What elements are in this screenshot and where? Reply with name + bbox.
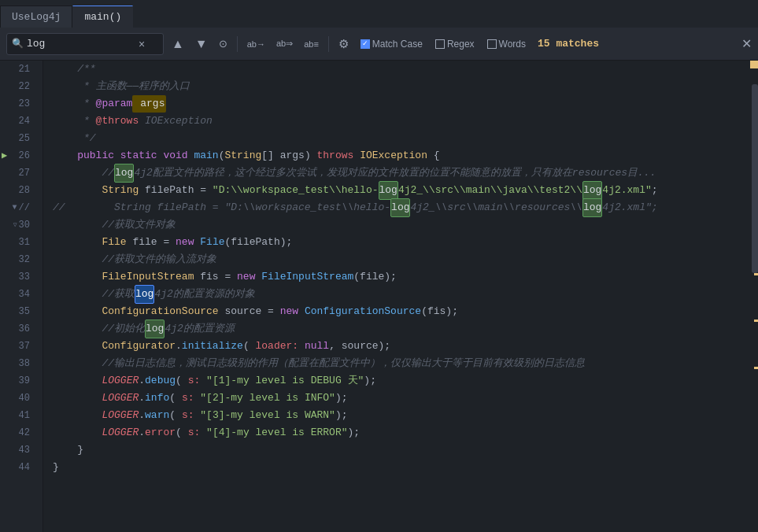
gutter-line-25: 25 <box>0 130 36 147</box>
gutter-line-34: 34 <box>0 286 36 303</box>
gutter-line-24: 24 <box>0 113 36 130</box>
regex-button[interactable]: Regex <box>431 36 479 52</box>
gutter-line-30: ▽ 30 <box>0 216 36 234</box>
replace-button[interactable]: ab→ <box>244 38 268 50</box>
clear-search-button[interactable]: × <box>137 38 146 50</box>
code-line-27: //log4j2配置文件的路径，这个经过多次尝试，发现对应的文件放置的位置不能随… <box>53 164 742 182</box>
scrollbar-thumb[interactable] <box>752 84 758 273</box>
words-checkbox <box>487 39 497 49</box>
close-search-button[interactable]: ✕ <box>741 36 752 51</box>
fold-icon-29[interactable]: ▼ <box>13 199 17 216</box>
regex-checkbox <box>435 39 445 49</box>
tab-uselog4j[interactable]: UseLog4j <box>0 6 72 28</box>
gutter-line-22: 22 <box>0 78 36 95</box>
code-line-31: File file = new File(filePath); <box>53 234 742 251</box>
match-count: 15 matches <box>538 38 599 50</box>
editor: 21 22 23 24 25 ▶ 26 27 28 ▼ // ▽ 30 31 3… <box>0 61 758 532</box>
gutter-line-26: ▶ 26 <box>0 147 36 164</box>
gutter-line-29: ▼ // <box>0 199 36 216</box>
gutter-line-42: 42 <box>0 424 36 441</box>
match-case-checkbox <box>361 39 370 49</box>
code-line-29: // String filePath = "D:\\workspace_test… <box>53 199 742 216</box>
run-icon[interactable]: ▶ <box>2 147 7 164</box>
line-numbers: 21 22 23 24 25 ▶ 26 27 28 ▼ // ▽ 30 31 3… <box>0 61 43 532</box>
tab-bar: UseLog4j main() <box>0 0 758 28</box>
search-bar: 🔍 × ▲ ▼ ⊙ ab→ ab⇒ ab≡ ⚙ Match Case Regex… <box>0 28 758 61</box>
search-input[interactable] <box>27 38 137 50</box>
search-settings-button[interactable]: ⚙ <box>335 35 352 53</box>
gutter-line-37: 37 <box>0 338 36 355</box>
search-prev-button[interactable]: ▲ <box>168 35 187 53</box>
gutter-line-41: 41 <box>0 407 36 424</box>
fold-icon-30[interactable]: ▽ <box>13 216 17 234</box>
gutter-line-27: 27 <box>0 164 36 182</box>
code-line-35: ConfigurationSource source = new Configu… <box>53 303 742 320</box>
match-case-label: Match Case <box>372 39 423 50</box>
code-line-42: LOGGER.error( s: "[4]-my level is ERROR"… <box>53 424 742 441</box>
gutter-line-28: 28 <box>0 182 36 199</box>
code-line-38: //输出日志信息，测试日志级别的作用（配置在配置文件中），仅仅输出大于等于目前有… <box>53 355 742 372</box>
replace-all-button[interactable]: ab⇒ <box>273 37 296 50</box>
tab-label: main() <box>84 11 121 23</box>
separator <box>237 36 238 52</box>
regex-label: Regex <box>447 39 475 50</box>
find-all-button[interactable]: ⊙ <box>216 36 231 51</box>
code-line-39: LOGGER.debug( s: "[1]-my level is DEBUG … <box>53 372 742 390</box>
code-line-40: LOGGER.info( s: "[2]-my level is INFO"); <box>53 390 742 407</box>
gutter-line-32: 32 <box>0 251 36 268</box>
code-line-43: } <box>53 441 742 459</box>
gutter-line-38: 38 <box>0 355 36 372</box>
search-input-wrap: 🔍 × <box>6 33 164 55</box>
gutter-line-36: 36 <box>0 320 36 338</box>
code-line-32: //获取文件的输入流对象 <box>53 251 742 268</box>
ruler-match-6 <box>754 367 758 369</box>
code-line-24: * @throws IOException <box>53 113 742 130</box>
code-line-37: Configurator.initialize( loader: null, s… <box>53 338 742 355</box>
gutter-line-31: 31 <box>0 234 36 251</box>
code-editor[interactable]: /** * 主函数——程序的入口 * @param args * @throws… <box>43 61 745 532</box>
scrollbar-area <box>745 61 758 532</box>
words-label: Words <box>499 39 526 50</box>
search-next-button[interactable]: ▼ <box>192 35 211 53</box>
gutter-line-39: 39 <box>0 372 36 390</box>
code-line-22: * 主函数——程序的入口 <box>53 78 742 95</box>
code-line-34: //获取log4j2的配置资源的对象 <box>53 286 742 303</box>
search-icon: 🔍 <box>12 38 24 50</box>
code-line-41: LOGGER.warn( s: "[3]-my level is WARN"); <box>53 407 742 424</box>
separator2 <box>328 36 329 52</box>
replace-mode-button[interactable]: ab≡ <box>301 38 322 50</box>
gutter-line-40: 40 <box>0 390 36 407</box>
code-line-25: */ <box>53 130 742 147</box>
code-line-26: public static void main(String[] args) t… <box>53 147 742 164</box>
code-line-21: /** <box>53 61 742 78</box>
code-line-23: * @param args <box>53 95 742 113</box>
tab-label: UseLog4j <box>12 11 61 23</box>
code-line-36: //初始化log4j2的配置资源 <box>53 320 742 338</box>
code-line-44: } <box>53 459 742 476</box>
words-button[interactable]: Words <box>483 36 530 52</box>
gutter-line-43: 43 <box>0 441 36 459</box>
gutter-line-35: 35 <box>0 303 36 320</box>
minimap-indicator-top <box>750 61 758 68</box>
gutter-line-33: 33 <box>0 268 36 286</box>
gutter-line-23: 23 <box>0 95 36 113</box>
match-case-button[interactable]: Match Case <box>357 36 427 52</box>
gutter-line-44: 44 <box>0 459 36 476</box>
ruler-match-4 <box>754 273 758 275</box>
code-line-28: String filePath = "D:\\workspace_test\\h… <box>53 182 742 199</box>
tab-main[interactable]: main() <box>72 6 133 28</box>
ruler-match-5 <box>754 320 758 322</box>
code-line-33: FileInputStream fis = new FileInputStrea… <box>53 268 742 286</box>
code-line-30: //获取文件对象 <box>53 216 742 234</box>
gutter-line-21: 21 <box>0 61 36 78</box>
